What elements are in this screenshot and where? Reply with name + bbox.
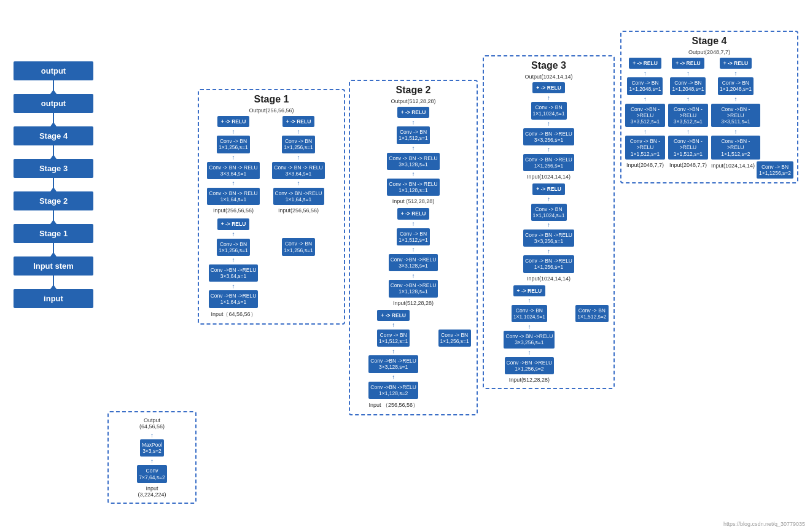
conv-block: Conv7×7,64,s=2 [137,465,167,482]
stage1-colC-arr2 [232,283,235,289]
stage1-title: Stage 1 [203,94,340,105]
s2c3-arr1 [392,322,395,328]
stage2-title: Stage 2 [354,85,473,96]
stage1-colA-arr3 [232,180,235,187]
arrow-maxpool-out [150,432,154,438]
s3c2-arr2 [547,222,550,228]
stage2-col3-conv3: Conv ->BN ->RELU 1×1,128,s=2 [368,382,418,399]
s2c3-arr3 [392,374,395,380]
pipeline-block-stage3: Stage 3 [14,159,93,178]
stage2-output-label: Output(512,28,28) [354,98,473,104]
stage4-col3-conv1: Conv -> BN 1×1,2048,s=1 [718,77,754,94]
stage3-col4: Conv -> BN 1×1,512,s=2 [574,285,610,384]
stage3-title: Stage 3 [488,60,610,71]
s4c1-arr1 [644,70,647,76]
stage2-col2-conv2: Conv ->BN ->RELU 3×3,128,s=1 [389,254,438,271]
stage3-col3-conv1: Conv -> BN 1×1,1024,s=1 [512,305,547,322]
pipeline-block-stage1: Stage 1 [14,224,93,243]
stage1-colB-arr1 [297,128,300,134]
stage1-colC-relu: + -> RELU [217,218,250,229]
stage1-colB-input: Input(256,56,56) [278,207,319,214]
stage4-col1-relu: + -> RELU [629,58,661,69]
stage1-colA-arr2 [232,155,235,161]
stage2-col1-conv3: Conv -> BN -> RELU 1×1,128,s=1 [387,179,439,196]
stage4-box: Stage 4 Output(2048,7,7) + -> RELU Conv … [620,31,798,183]
stage4-col3-relu: + -> RELU [720,58,752,69]
stage4-col1-input: Input(2048,7,7) [626,162,664,168]
arrow-stem-input [53,276,54,289]
s3c3-arr2 [528,323,531,330]
pipeline-block-stage4: Stage 4 [14,126,93,145]
stage4-col2-conv1: Conv -> BN 1×1,2048,s=1 [670,77,706,94]
stage3-col3-relu: + -> RELU [513,285,546,296]
stage1-colA-conv3: Conv -> BN -> RELU 1×1,64,s=1 [207,188,259,205]
s4c2-arr3 [687,128,690,134]
stage4-col4-conv: Conv -> BN 1×1,1256,s=2 [757,161,793,179]
stage1-colD-conv: Conv -> BN 1×1,256,s=1 [282,238,314,255]
stage1-col-b: + -> RELU Conv -> BN 1×1,256,s=1 Conv ->… [268,116,329,215]
stage4-col3-wrap: + -> RELU Conv -> BN 1×1,2048,s=1 Conv -… [711,58,793,179]
stage4-col3-input: Input(1024,14,14) [711,163,755,177]
stage1-cols: + -> RELU Conv -> BN 1×1,256,s=1 Conv ->… [203,116,340,215]
stage2-col2-conv3: Conv ->BN ->RELU 1×1,128,s=1 [389,280,438,297]
stage2-col2-conv1: Conv -> BN 1×1,512,s=1 [397,228,429,245]
s2c1-arr3 [412,171,415,177]
s3c1-arr1 [547,94,550,101]
stage4-col3-conv3: Conv ->BN ->RELU 1×1,512,s=2 [711,136,760,160]
stage3-output-label: Output(1024,14,14) [488,74,610,80]
stage3-col3: + -> RELU Conv -> BN 1×1,1024,s=1 Conv -… [488,285,571,384]
stage3-col4-conv: Conv -> BN 1×1,512,s=2 [575,305,608,322]
stage1-col-c: + -> RELU Conv -> BN 1×1,256,s=1 Conv ->… [203,218,264,319]
stage2-col1-input: Input (512,28,28) [392,198,435,204]
stage1-box: Stage 1 Output(256,56,56) + -> RELU Conv… [198,89,345,325]
stage1-colA-conv1: Conv -> BN 1×1,256,s=1 [217,136,249,153]
s3c2-arr1 [547,196,550,202]
stage1-colB-arr3 [297,180,300,187]
stage3-col1-conv2: Conv -> BN ->RELU 3×3,256,s=1 [523,128,574,145]
stage3-col1: + -> RELU Conv -> BN 1×1,1024,s=1 Conv -… [488,82,610,181]
stage2-col2-input: Input(512,28,28) [393,300,434,306]
stage3-col1-conv1: Conv -> BN 1×1,1024,s=1 [531,102,567,119]
s2c1-arr2 [412,145,415,152]
stage4-col1: + -> RELU Conv -> BN 1×1,2048,s=1 Conv -… [625,58,665,179]
stage1-colC-arr0 [232,231,235,237]
s3c3-arr1 [528,298,531,304]
stage2-col3-conv1: Conv -> BN 1×1,512,s=1 [377,330,410,347]
stage4-col2-conv2: Conv ->BN ->RELU 3×3,512,s=1 [668,104,708,128]
s2c2-arr3 [412,272,415,279]
stage1-colB-conv2: Conv -> BN -> RELU 3×3,64,s=1 [272,162,324,179]
s4c2-arr2 [687,96,690,102]
stage1-col-a: + -> RELU Conv -> BN 1×1,256,s=1 Conv ->… [203,116,264,215]
s4c3-arr3 [734,128,737,134]
stage1-colB-arr2 [297,155,300,161]
s3c1-arr3 [547,147,550,153]
stage1-colC-arr1 [232,257,235,263]
stage1-output-label: Output(256,56,56) [203,107,340,114]
arrow-s2-s1 [53,210,54,224]
pipeline-block-inputstem: Input stem [14,256,93,276]
stage4-col2-conv3: Conv ->BN ->RELU 1×1,512,s=1 [668,136,708,160]
left-pipeline: output output Stage 4 Stage 3 Stage 2 St… [14,61,93,308]
stage3-col1-input: Input(1024,14,14) [527,174,571,180]
diagram: output output Stage 4 Stage 3 Stage 2 St… [0,0,810,532]
s2c1-arr1 [412,119,415,125]
stage2-bottom-row: + -> RELU Conv -> BN 1×1,512,s=1 Conv ->… [354,310,473,411]
stage3-col2-conv2: Conv -> BN ->RELU 3×3,256,s=1 [523,229,574,247]
stage3-bottom-row: + -> RELU Conv -> BN 1×1,1024,s=1 Conv -… [488,285,610,384]
stage1-colB-conv3: Conv -> BN ->RELU 1×1,64,s=1 [273,188,324,205]
stage1-bottom-row: + -> RELU Conv -> BN 1×1,256,s=1 Conv ->… [203,218,340,319]
input-stem-column: Output(64,56,56) MaxPool3×3,s=2 Conv7×7,… [112,416,192,499]
s2c2-arr1 [412,221,415,227]
stage1-colC-input: Input（64,56,56） [211,310,255,318]
stage4-col3: + -> RELU Conv -> BN 1×1,2048,s=1 Conv -… [711,58,760,160]
stage2-col4-conv: Conv -> BN 1×1,256,s=1 [438,330,471,347]
output-stem-label: Output(64,56,56) [139,417,165,430]
stage1-colA-relu: + -> RELU [217,116,250,127]
stage3-col2-relu: + -> RELU [532,183,565,195]
stage4-col1-conv3: Conv -> BN ->RELU 1×1,512,s=1 [625,136,665,160]
stage4-col2: + -> RELU Conv -> BN 1×1,2048,s=1 Conv -… [668,58,708,179]
stage2-col2-relu: + -> RELU [397,208,430,219]
stage3-col2: + -> RELU Conv -> BN 1×1,1024,s=1 Conv -… [488,183,610,282]
arrow-out2-s4 [53,113,54,126]
stage1-colA-input: Input(256,56,56) [213,207,254,214]
